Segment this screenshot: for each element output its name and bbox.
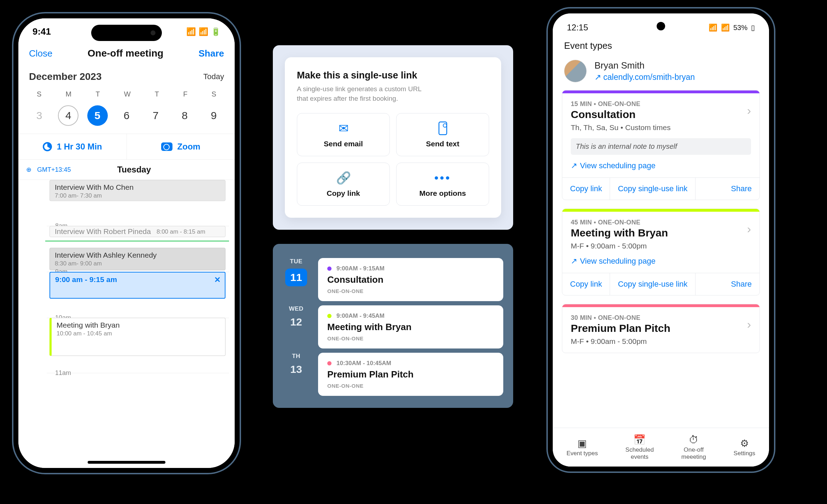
camera-cutout [657,22,665,30]
send-text-option[interactable]: Send text [396,113,489,156]
chevron-right-icon: › [747,317,751,331]
battery-text: 53% [733,24,747,32]
share-button[interactable]: Share [199,48,224,59]
copy-link-button[interactable]: Copy link [562,178,610,200]
scheduled-event-card[interactable]: 9:00AM - 9:15AMConsultationONE-ON-ONE [318,258,503,301]
month-label[interactable]: December 2023 [29,71,101,82]
day-5[interactable]: 5 [87,105,108,126]
copy-single-use-button[interactable]: Copy single-use link [610,273,696,295]
tab-scheduled-events[interactable]: 📅 Scheduled events [626,434,654,461]
event-type-card[interactable]: 30 MIN • ONE-ON-ONEPremium Plan Pitch›M-… [562,304,760,353]
agenda-event-selected[interactable]: 9:00 am - 9:15 am ✕ [49,272,225,299]
day-6[interactable]: 6 [116,105,137,126]
event-title: Meeting with Bryan [327,322,494,333]
day-number: 12 [290,316,302,328]
weekday: T [95,90,100,98]
more-options-option[interactable]: ••• More options [396,163,489,206]
tab-label: Scheduled events [626,446,654,461]
today-button[interactable]: Today [203,72,224,81]
tab-label: Settings [734,450,755,457]
event-type-card[interactable]: 45 MIN • ONE-ON-ONEMeeting with Bryan›M-… [562,209,760,295]
event-title: Meeting with Bryan [571,227,668,239]
single-use-card: Make this a single-use link A single-use… [285,57,501,218]
status-time: 12:15 [567,23,588,33]
option-label: More options [420,189,466,198]
option-label: Send email [324,140,363,148]
day-7[interactable]: 7 [145,105,166,126]
agenda-view[interactable]: 7am Interview With Mo Chen 7:00 am- 7:30… [18,180,235,419]
status-time: 9:41 [33,26,51,37]
card-desc: A single-use link generates a custom URL… [297,84,424,103]
copy-single-use-button[interactable]: Copy single-use link [610,178,696,200]
tab-settings[interactable]: ⚙ Settings [734,438,755,457]
event-type: ONE-ON-ONE [327,383,494,389]
agenda-event[interactable]: Interview With Ashley Kennedy 8:30 am- 9… [49,248,225,270]
event-time: 9:00AM - 9:45AM [327,312,494,320]
close-icon[interactable]: ✕ [214,275,221,285]
share-button[interactable]: Share [723,273,759,295]
iphone-screen: 9:41 📶 📶 🔋 Close One-off meeting Share D… [18,18,235,468]
wifi-icon: 📶 [199,27,208,36]
send-email-option[interactable]: ✉︎ Send email [297,113,390,156]
scheduled-event-row: TH1310:30AM - 10:45AMPremium Plan PitchO… [283,353,503,396]
day-9[interactable]: 9 [204,105,224,126]
event-schedule: M-F • 9:00am - 5:00pm [571,242,751,250]
tab-bar: ▣ Event types 📅 Scheduled events ⏱ One-o… [553,428,769,467]
weekday: M [66,90,72,98]
agenda-event[interactable]: Meeting with Bryan 10:00 am - 10:45 am [49,318,225,356]
tab-label: One-off meeeting [681,446,706,461]
profile-link-text: calendly.com/smith-bryan [603,72,695,82]
nav-bar: Close One-off meeting Share [18,37,235,63]
color-dot [327,361,332,365]
timezone-row[interactable]: ⊕ GMT+13:45 Tuesday [18,160,235,180]
day-8[interactable]: 8 [175,105,195,126]
share-button[interactable]: Share [723,178,759,200]
event-schedule: M-F • 9:00am - 5:00pm [571,337,751,346]
day-4[interactable]: 4 [58,105,78,126]
scheduled-event-card[interactable]: 9:00AM - 9:45AMMeeting with BryanONE-ON-… [318,305,503,348]
copy-link-button[interactable]: Copy link [562,273,610,295]
home-indicator[interactable] [88,461,165,464]
wifi-icon: 📶 [709,23,717,32]
weekday: F [183,90,187,98]
color-dot [327,314,332,318]
agenda-event[interactable]: Interview With Robert Pineda 8:00 am - 8… [49,226,225,237]
tab-event-types[interactable]: ▣ Event types [567,438,598,457]
weekday-row: S M T W T F S [18,86,235,102]
timezone-label: GMT+13:45 [37,166,71,174]
weekday-label: WED [289,305,303,312]
color-bar [562,304,759,307]
weekday: S [212,90,216,98]
gear-icon: ⚙ [740,438,749,449]
date-col: TUE11 [283,258,310,301]
color-dot [327,266,332,271]
avatar [564,60,587,82]
day-3[interactable]: 3 [29,105,49,126]
event-type-card[interactable]: 15 MIN • ONE-ON-ONEConsultation›Th, Th, … [562,90,760,200]
profile-row[interactable]: Bryan Smith ↗ calendly.com/smith-bryan [553,60,769,90]
view-scheduling-link[interactable]: ↗View scheduling page [571,161,751,170]
profile-link[interactable]: ↗ calendly.com/smith-bryan [594,72,695,82]
duration-button[interactable]: 1 Hr 30 Min [18,134,127,159]
chevron-right-icon: › [747,222,751,236]
event-actions: Copy linkCopy single-use linkShare [562,177,759,200]
copy-link-option[interactable]: 🔗 Copy link [297,163,390,206]
event-title: Meeting with Bryan [57,321,220,329]
day-number: 11 [285,269,307,286]
event-type: ONE-ON-ONE [327,335,494,341]
color-bar [562,209,759,212]
scheduled-event-card[interactable]: 10:30AM - 10:45AMPremium Plan PitchONE-O… [318,353,503,396]
location-button[interactable]: Zoom [127,134,235,159]
page-title: Event types [553,37,769,60]
event-meta: 30 MIN • ONE-ON-ONE [571,314,670,322]
agenda-event[interactable]: Interview With Mo Chen 7:00 am- 7:30 am [49,180,225,201]
close-button[interactable]: Close [29,48,52,59]
event-title: Consultation [571,109,640,121]
event-time: 8:30 am- 9:00 am [55,260,220,267]
event-time: 9:00AM - 9:15AM [327,265,494,272]
battery-icon: ▯ [751,23,755,32]
zoom-icon [161,142,172,151]
tab-one-off[interactable]: ⏱ One-off meeeting [681,434,706,461]
option-label: Copy link [327,189,360,198]
view-scheduling-link[interactable]: ↗View scheduling page [571,257,751,266]
